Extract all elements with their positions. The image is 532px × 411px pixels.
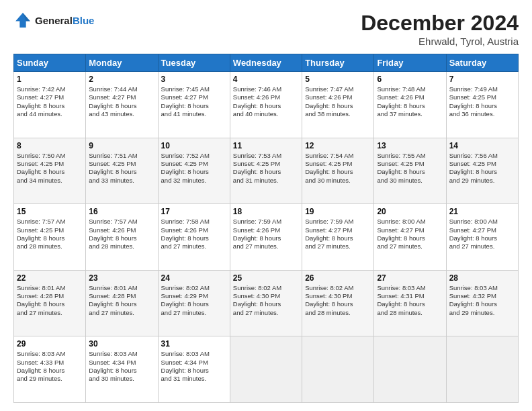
cell-info-line: Daylight: 8 hours [17, 168, 83, 176]
cell-info-line: and 31 minutes. [161, 375, 227, 383]
calendar-cell: 10Sunrise: 7:52 AMSunset: 4:25 PMDayligh… [158, 138, 230, 204]
cell-info-line: Daylight: 8 hours [17, 300, 83, 308]
day-number: 10 [161, 141, 227, 150]
cell-info-line: Sunset: 4:25 PM [89, 160, 154, 168]
logo: GeneralBlue [13, 11, 94, 30]
cell-info-line: Sunset: 4:32 PM [449, 292, 515, 300]
cell-info-line: Sunset: 4:34 PM [161, 359, 227, 367]
day-number: 31 [161, 339, 227, 349]
cell-info-line: and 27 minutes. [89, 309, 154, 317]
cell-info-line: Sunset: 4:30 PM [305, 292, 371, 300]
col-header-tuesday: Tuesday [158, 54, 230, 72]
cell-info-line: Sunrise: 7:50 AM [17, 152, 83, 160]
cell-info-line: and 31 minutes. [233, 177, 299, 185]
calendar-cell: 7Sunrise: 7:49 AMSunset: 4:25 PMDaylight… [446, 72, 518, 138]
day-number: 29 [17, 339, 83, 349]
day-number: 6 [377, 75, 443, 84]
cell-info-line: Daylight: 8 hours [161, 367, 227, 375]
cell-info-line: Sunrise: 7:55 AM [377, 152, 443, 160]
calendar-cell: 20Sunrise: 8:00 AMSunset: 4:27 PMDayligh… [374, 204, 446, 271]
cell-info-line: and 44 minutes. [17, 110, 83, 118]
cell-info-line: and 27 minutes. [449, 242, 515, 250]
cell-info-line: Sunrise: 7:56 AM [449, 152, 515, 160]
day-number: 17 [161, 207, 227, 216]
day-number: 15 [17, 207, 83, 216]
logo-text: GeneralBlue [35, 15, 94, 26]
cell-info-line: and 27 minutes. [161, 309, 227, 317]
cell-info-line: and 27 minutes. [17, 309, 83, 317]
day-number: 22 [17, 273, 83, 283]
cell-info-line: Daylight: 8 hours [377, 234, 443, 242]
calendar-cell: 1Sunrise: 7:42 AMSunset: 4:27 PMDaylight… [14, 72, 86, 138]
day-number: 23 [89, 273, 154, 283]
cell-info-line: Daylight: 8 hours [89, 102, 154, 110]
cell-info-line: Sunset: 4:27 PM [161, 93, 227, 101]
cell-info-line: Sunrise: 8:02 AM [161, 284, 227, 292]
cell-info-line: Daylight: 8 hours [17, 234, 83, 242]
cell-info-line: Sunrise: 7:53 AM [233, 152, 299, 160]
calendar-cell: 31Sunrise: 8:03 AMSunset: 4:34 PMDayligh… [158, 336, 230, 403]
cell-info-line: Sunset: 4:27 PM [17, 93, 83, 101]
cell-info-line: Sunset: 4:28 PM [17, 292, 83, 300]
calendar-cell: 28Sunrise: 8:03 AMSunset: 4:32 PMDayligh… [446, 270, 518, 336]
calendar-cell: 14Sunrise: 7:56 AMSunset: 4:25 PMDayligh… [446, 138, 518, 204]
cell-info-line: Daylight: 8 hours [377, 168, 443, 176]
cell-info-line: Daylight: 8 hours [305, 102, 371, 110]
day-number: 20 [377, 207, 443, 216]
cell-info-line: and 30 minutes. [89, 375, 154, 383]
cell-info-line: Sunset: 4:26 PM [233, 93, 299, 101]
cell-info-line: and 28 minutes. [89, 242, 154, 250]
cell-info-line: Daylight: 8 hours [377, 300, 443, 308]
cell-info-line: Daylight: 8 hours [89, 168, 154, 176]
cell-info-line: Sunset: 4:26 PM [305, 93, 371, 101]
logo-icon [13, 11, 32, 30]
cell-info-line: Sunset: 4:27 PM [449, 226, 515, 234]
cell-info-line: and 40 minutes. [233, 110, 299, 118]
cell-info-line: Sunrise: 8:03 AM [89, 350, 154, 358]
cell-info-line: Daylight: 8 hours [161, 234, 227, 242]
cell-info-line: Sunset: 4:25 PM [161, 160, 227, 168]
cell-info-line: Sunrise: 8:03 AM [377, 284, 443, 292]
cell-info-line: Sunset: 4:25 PM [449, 93, 515, 101]
calendar-cell: 2Sunrise: 7:44 AMSunset: 4:27 PMDaylight… [86, 72, 158, 138]
day-number: 12 [305, 141, 371, 150]
calendar-cell: 16Sunrise: 7:57 AMSunset: 4:26 PMDayligh… [86, 204, 158, 271]
calendar-cell: 15Sunrise: 7:57 AMSunset: 4:25 PMDayligh… [14, 204, 86, 271]
col-header-wednesday: Wednesday [230, 54, 302, 72]
calendar-cell: 22Sunrise: 8:01 AMSunset: 4:28 PMDayligh… [14, 270, 86, 336]
cell-info-line: Sunrise: 7:46 AM [233, 85, 299, 93]
cell-info-line: and 36 minutes. [449, 110, 515, 118]
col-header-saturday: Saturday [446, 54, 518, 72]
cell-info-line: Daylight: 8 hours [233, 168, 299, 176]
calendar-week-4: 22Sunrise: 8:01 AMSunset: 4:28 PMDayligh… [14, 270, 519, 336]
day-number: 25 [233, 273, 299, 283]
calendar-table: SundayMondayTuesdayWednesdayThursdayFrid… [13, 54, 519, 403]
cell-info-line: and 30 minutes. [377, 177, 443, 185]
calendar-cell: 23Sunrise: 8:01 AMSunset: 4:28 PMDayligh… [86, 270, 158, 336]
day-number: 24 [161, 273, 227, 283]
calendar-week-5: 29Sunrise: 8:03 AMSunset: 4:33 PMDayligh… [14, 336, 519, 403]
cell-info-line: Sunrise: 7:42 AM [17, 85, 83, 93]
calendar-week-2: 8Sunrise: 7:50 AMSunset: 4:25 PMDaylight… [14, 138, 519, 204]
calendar-cell: 21Sunrise: 8:00 AMSunset: 4:27 PMDayligh… [446, 204, 518, 271]
cell-info-line: Daylight: 8 hours [89, 300, 154, 308]
calendar-week-3: 15Sunrise: 7:57 AMSunset: 4:25 PMDayligh… [14, 204, 519, 271]
cell-info-line: and 32 minutes. [161, 177, 227, 185]
cell-info-line: Sunset: 4:31 PM [377, 292, 443, 300]
cell-info-line: Sunrise: 8:01 AM [89, 284, 154, 292]
cell-info-line: and 28 minutes. [17, 242, 83, 250]
cell-info-line: Sunrise: 7:54 AM [305, 152, 371, 160]
calendar-cell [446, 336, 518, 403]
cell-info-line: Sunset: 4:26 PM [377, 93, 443, 101]
cell-info-line: and 33 minutes. [89, 177, 154, 185]
cell-info-line: Sunset: 4:27 PM [305, 226, 371, 234]
cell-info-line: Daylight: 8 hours [449, 168, 515, 176]
day-number: 30 [89, 339, 154, 349]
calendar-cell: 29Sunrise: 8:03 AMSunset: 4:33 PMDayligh… [14, 336, 86, 403]
cell-info-line: and 27 minutes. [233, 309, 299, 317]
calendar-cell: 3Sunrise: 7:45 AMSunset: 4:27 PMDaylight… [158, 72, 230, 138]
cell-info-line: and 27 minutes. [161, 242, 227, 250]
day-number: 18 [233, 207, 299, 216]
cell-info-line: Sunset: 4:25 PM [377, 160, 443, 168]
cell-info-line: Sunrise: 7:52 AM [161, 152, 227, 160]
